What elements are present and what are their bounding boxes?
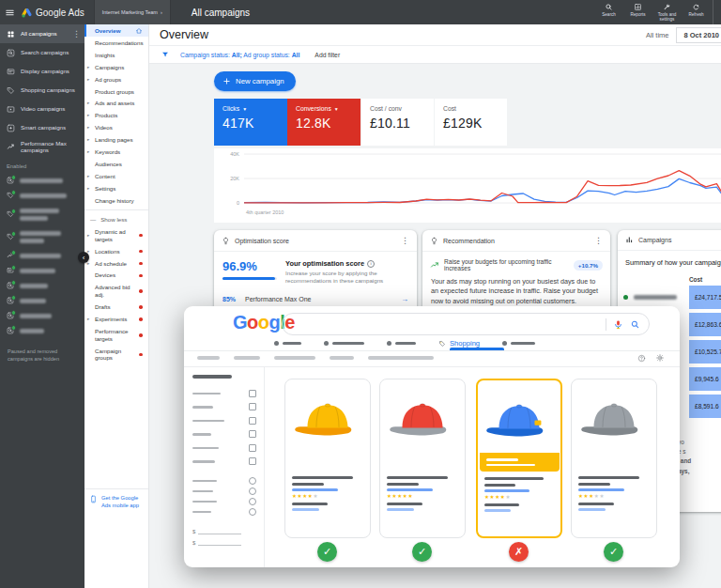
checkbox[interactable] [249, 444, 256, 452]
tab-shopping[interactable]: Shopping [438, 339, 480, 348]
checkbox[interactable] [249, 430, 256, 438]
menu-kebab-icon[interactable]: ⋮ [72, 29, 81, 39]
nav-item-campaign-groups[interactable]: Campaign groups [84, 345, 148, 364]
campaign-list-item[interactable] [0, 323, 84, 338]
campaign-list-item[interactable] [0, 248, 84, 263]
sidebar-item-shopping-campaigns[interactable]: Shopping campaigns [0, 81, 84, 100]
campaign-list-item[interactable] [0, 293, 84, 308]
account-selector[interactable]: Internet Marketing Team › [94, 0, 171, 24]
collapse-sidebar-button[interactable]: ‹ [78, 252, 89, 263]
nav-item-recommendations[interactable]: Recommendations [84, 37, 148, 49]
nav-item-overview[interactable]: Overview [84, 24, 148, 37]
nav-item-dynamic-ad-targets[interactable]: ▸Dynamic ad targets [84, 225, 148, 245]
nav-item-insights[interactable]: Insights [84, 49, 148, 61]
gear-icon[interactable] [655, 353, 665, 363]
radio-button[interactable] [249, 508, 257, 517]
add-filter-button[interactable]: Add filter [314, 52, 340, 58]
metric-card-cost[interactable]: Cost£129K [434, 99, 507, 146]
sidebar-item-smart-campaigns[interactable]: Smart campaigns [0, 118, 84, 137]
nav-item-ad-groups[interactable]: ▸Ad groups [84, 73, 148, 85]
filter-chip-placeholder[interactable] [330, 356, 354, 360]
sidebar-item-all-campaigns[interactable]: All campaigns⋮ [0, 24, 84, 43]
campaign-list-item[interactable] [0, 173, 84, 188]
hamburger-menu-icon[interactable] [0, 8, 19, 18]
campaign-list-item[interactable] [0, 308, 84, 323]
price-range-input[interactable]: $ [192, 523, 256, 534]
nav-item-products[interactable]: ▸Products [84, 110, 148, 122]
help-icon[interactable] [637, 354, 646, 363]
chevron-down-icon[interactable]: ▼ [334, 106, 339, 112]
chevron-down-icon[interactable]: ▼ [242, 106, 247, 112]
radio-button[interactable] [249, 487, 257, 496]
microphone-icon[interactable] [613, 319, 623, 330]
nav-item-drafts[interactable]: Drafts [84, 302, 148, 314]
nav-item-ads-and-assets[interactable]: ▸Ads and assets [84, 98, 148, 110]
recommendation-action[interactable]: Raise your budgets for upcoming traffic … [422, 252, 610, 273]
product-card-highlighted[interactable]: ★★★★★ [476, 379, 562, 538]
nav-item-audiences[interactable]: Audiences [84, 159, 148, 171]
sidebar-item-search-campaigns[interactable]: Search campaigns [0, 43, 84, 62]
campaign-list-item[interactable] [0, 203, 84, 225]
date-picker[interactable]: 8 Oct 2010 [676, 27, 721, 43]
checkbox[interactable] [249, 390, 256, 397]
nav-item-devices[interactable]: Devices [84, 270, 148, 282]
product-card[interactable]: ★★★★★ [571, 379, 657, 538]
filter-chip-placeholder[interactable] [274, 356, 315, 360]
campaign-list-item[interactable] [0, 278, 84, 293]
checkbox[interactable] [249, 457, 256, 465]
nav-item-product-groups[interactable]: Product groups [84, 85, 148, 98]
show-less-button[interactable]: — Show less [84, 213, 148, 225]
nav-item-locations[interactable]: ▸Locations [84, 245, 148, 257]
filter-chip-placeholder[interactable] [197, 356, 220, 360]
filter-chip-placeholder[interactable] [368, 356, 434, 360]
metric-card-conversions[interactable]: Conversions▼12.8K [287, 99, 360, 146]
reports-button[interactable]: Reports [623, 0, 652, 17]
tab-placeholder[interactable] [387, 341, 416, 346]
new-campaign-button[interactable]: New campaign [214, 71, 296, 91]
nav-item-settings[interactable]: ▸Settings [84, 182, 148, 194]
campaign-list-item[interactable] [0, 188, 84, 203]
metric-card-cost-conv[interactable]: Cost / conv£10.11 [360, 99, 434, 146]
nav-item-change-history[interactable]: Change history [84, 194, 148, 207]
tools-and-settings-button[interactable]: Tools and settings [652, 0, 682, 23]
search-icon[interactable] [630, 319, 640, 330]
arrow-right-icon[interactable]: → [401, 295, 408, 303]
search-input[interactable] [282, 313, 650, 335]
partial-icon[interactable] [713, 0, 721, 24]
card-menu-icon[interactable]: ⋮ [594, 236, 603, 245]
product-card[interactable]: ★★★★★ [379, 379, 466, 538]
tab-placeholder[interactable] [324, 341, 364, 346]
refresh-button[interactable]: Refresh [682, 0, 711, 17]
campaign-list-item[interactable] [0, 225, 84, 248]
nav-item-keywords[interactable]: ▸Keywords [84, 147, 148, 159]
nav-item-videos[interactable]: ▸Videos [84, 122, 148, 134]
status-filter[interactable]: Campaign status: All; Ad group status: A… [180, 52, 299, 58]
tab-placeholder[interactable] [274, 341, 301, 346]
sidebar-item-display-campaigns[interactable]: Display campaigns [0, 62, 84, 81]
mobile-app-link[interactable]: Get the Google Ads mobile app [84, 488, 148, 515]
nav-item-advanced-bid-adj-[interactable]: Advanced bid adj. [84, 282, 148, 302]
radio-button[interactable] [249, 477, 257, 486]
nav-item-experiments[interactable]: ▸Experiments [84, 313, 148, 325]
nav-item-content[interactable]: ▸Content [84, 171, 148, 183]
radio-button[interactable] [249, 498, 257, 506]
nav-item-campaigns[interactable]: ▸Campaigns [84, 61, 148, 73]
filter-chip-placeholder[interactable] [234, 356, 260, 360]
search-button[interactable]: Search [594, 0, 623, 17]
card-menu-icon[interactable]: ⋮ [401, 236, 409, 245]
price-range-input[interactable]: $ [192, 534, 256, 546]
google-ads-app: Google Ads Internet Marketing Team › All… [0, 0, 721, 588]
nav-item-performance-targets[interactable]: Performance targets [84, 325, 148, 345]
nav-item-landing-pages[interactable]: ▸Landing pages [84, 134, 148, 147]
metric-card-clicks[interactable]: Clicks▼417K [214, 99, 287, 146]
campaign-list-item[interactable] [0, 263, 84, 278]
red-status-dot [139, 305, 143, 309]
checkbox[interactable] [249, 417, 256, 425]
tab-placeholder[interactable] [502, 341, 535, 346]
home-icon [135, 27, 143, 35]
sidebar-item-performance-max-campaigns[interactable]: Performance Max campaigns [0, 137, 84, 156]
sidebar-item-video-campaigns[interactable]: Video campaigns [0, 100, 84, 118]
nav-item-ad-schedule[interactable]: ▸Ad schedule [84, 257, 148, 270]
checkbox[interactable] [249, 403, 256, 410]
product-card[interactable]: ★★★★★ [284, 379, 371, 538]
